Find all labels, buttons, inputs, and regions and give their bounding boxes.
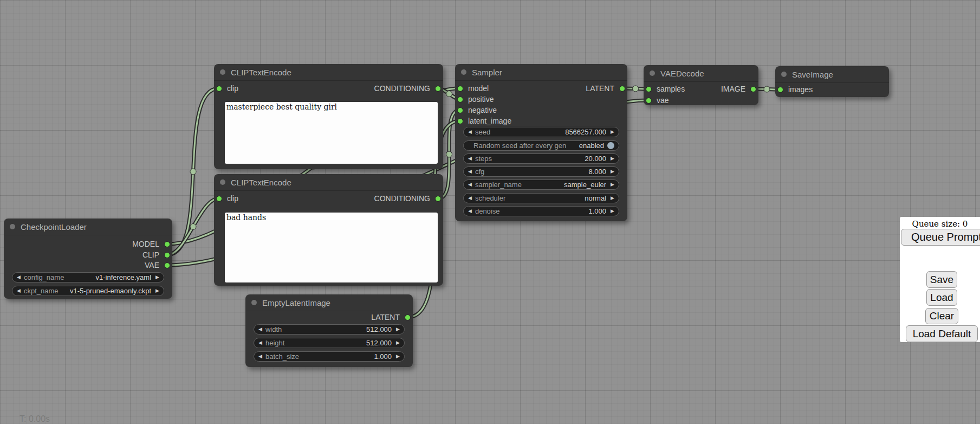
link-midpoint-dot[interactable] [764, 86, 770, 92]
link-midpoint-dot[interactable] [190, 169, 196, 175]
widget-denoise[interactable]: ◀denoise1.000▶ [463, 206, 619, 216]
link-midpoint-dot[interactable] [190, 224, 196, 230]
input-slot-dot-icon[interactable] [646, 98, 652, 104]
widget-random-seed-after-every-gen[interactable]: Random seed after every genenabled [463, 140, 619, 151]
node-vae-decode[interactable]: VAEDecodesamplesvaeIMAGE [644, 65, 758, 105]
input-slot-images[interactable]: images [777, 84, 813, 95]
output-slot-dot-icon[interactable] [435, 86, 441, 92]
node-title-bar[interactable]: EmptyLatentImage [245, 294, 413, 311]
node-title-bar[interactable]: VAEDecode [644, 65, 758, 82]
widget-batch_size[interactable]: ◀batch_size1.000▶ [254, 351, 405, 362]
input-slot-positive[interactable]: positive [457, 94, 494, 105]
output-slot-vae[interactable]: VAE [145, 260, 170, 271]
queue-prompt-button[interactable]: Queue Prompt [901, 229, 980, 246]
decrement-arrow-icon[interactable]: ◀ [468, 196, 472, 201]
node-collapse-dot-icon[interactable] [781, 72, 787, 77]
decrement-arrow-icon[interactable]: ◀ [17, 275, 21, 280]
increment-arrow-icon[interactable]: ▶ [611, 169, 614, 174]
widget-width[interactable]: ◀width512.000▶ [254, 324, 405, 335]
node-collapse-dot-icon[interactable] [10, 224, 15, 229]
output-slot-image[interactable]: IMAGE [721, 83, 756, 94]
input-slot-dot-icon[interactable] [216, 86, 222, 92]
input-slot-clip[interactable]: clip [216, 83, 238, 94]
input-slot-dot-icon[interactable] [457, 86, 463, 92]
node-empty-latent-image[interactable]: EmptyLatentImageLATENT◀width512.000▶◀hei… [245, 294, 413, 367]
input-slot-dot-icon[interactable] [777, 87, 783, 93]
link-midpoint-dot[interactable] [446, 151, 452, 157]
output-slot-dot-icon[interactable] [164, 252, 170, 258]
increment-arrow-icon[interactable]: ▶ [155, 275, 159, 280]
increment-arrow-icon[interactable]: ▶ [155, 288, 159, 293]
graph-canvas[interactable]: { "canvas": { "bg_color": "#929292", "wi… [0, 0, 980, 424]
increment-arrow-icon[interactable]: ▶ [396, 341, 400, 345]
output-slot-dot-icon[interactable] [164, 241, 170, 247]
input-slot-dot-icon[interactable] [457, 97, 463, 102]
decrement-arrow-icon[interactable]: ◀ [468, 209, 472, 214]
output-slot-latent[interactable]: LATENT [586, 83, 625, 94]
save-button[interactable]: Save [926, 271, 957, 288]
input-slot-samples[interactable]: samples [646, 83, 685, 94]
node-sampler[interactable]: Samplermodelpositivenegativelatent_image… [455, 64, 627, 221]
output-slot-dot-icon[interactable] [405, 314, 411, 320]
clear-button[interactable]: Clear [925, 308, 958, 324]
widget-height[interactable]: ◀height512.000▶ [254, 338, 405, 348]
node-collapse-dot-icon[interactable] [220, 179, 225, 185]
prompt-textarea[interactable]: masterpiece best quality girl [225, 102, 438, 164]
node-title-bar[interactable]: CLIPTextEncode [214, 174, 443, 191]
decrement-arrow-icon[interactable]: ◀ [17, 288, 21, 293]
increment-arrow-icon[interactable]: ▶ [396, 354, 400, 359]
output-slot-latent[interactable]: LATENT [371, 312, 411, 323]
increment-arrow-icon[interactable]: ▶ [611, 130, 614, 134]
node-title-bar[interactable]: CheckpointLoader [4, 219, 172, 235]
input-slot-dot-icon[interactable] [216, 196, 222, 202]
node-collapse-dot-icon[interactable] [650, 70, 655, 76]
decrement-arrow-icon[interactable]: ◀ [258, 341, 262, 345]
increment-arrow-icon[interactable]: ▶ [396, 327, 400, 332]
node-clip-text-encode-negative[interactable]: CLIPTextEncodeclipCONDITIONINGbad hands [214, 174, 443, 286]
output-slot-dot-icon[interactable] [619, 86, 625, 92]
load-button[interactable]: Load [926, 289, 957, 306]
widget-cfg[interactable]: ◀cfg8.000▶ [463, 166, 619, 177]
decrement-arrow-icon[interactable]: ◀ [468, 169, 472, 174]
node-title-bar[interactable]: SaveImage [775, 66, 889, 83]
input-slot-dot-icon[interactable] [457, 118, 463, 124]
widget-sampler_name[interactable]: ◀sampler_namesample_euler▶ [463, 179, 619, 190]
increment-arrow-icon[interactable]: ▶ [611, 196, 614, 201]
output-slot-conditioning[interactable]: CONDITIONING [374, 83, 441, 94]
increment-arrow-icon[interactable]: ▶ [611, 156, 614, 161]
output-slot-dot-icon[interactable] [750, 86, 756, 92]
prompt-textarea[interactable]: bad hands [225, 213, 438, 282]
input-slot-vae[interactable]: vae [646, 95, 669, 106]
node-checkpoint-loader[interactable]: CheckpointLoaderMODELCLIPVAE◀config_name… [4, 219, 172, 299]
decrement-arrow-icon[interactable]: ◀ [468, 130, 472, 134]
link-midpoint-dot[interactable] [446, 91, 452, 97]
node-title-bar[interactable]: CLIPTextEncode [214, 64, 443, 81]
node-collapse-dot-icon[interactable] [220, 69, 225, 75]
widget-ckpt_name[interactable]: ◀ckpt_namev1-5-pruned-emaonly.ckpt▶ [12, 286, 164, 296]
input-slot-dot-icon[interactable] [646, 86, 652, 92]
node-title-bar[interactable]: Sampler [455, 64, 627, 81]
load-default-button[interactable]: Load Default [906, 325, 978, 342]
output-slot-model[interactable]: MODEL [132, 239, 170, 249]
input-slot-clip[interactable]: clip [216, 193, 238, 204]
input-slot-model[interactable]: model [457, 83, 489, 94]
output-slot-dot-icon[interactable] [164, 262, 170, 268]
output-slot-conditioning[interactable]: CONDITIONING [374, 193, 441, 204]
input-slot-latent_image[interactable]: latent_image [457, 115, 511, 126]
widget-scheduler[interactable]: ◀schedulernormal▶ [463, 193, 619, 203]
node-collapse-dot-icon[interactable] [251, 300, 257, 305]
node-collapse-dot-icon[interactable] [461, 69, 466, 75]
decrement-arrow-icon[interactable]: ◀ [468, 156, 472, 161]
node-save-image[interactable]: SaveImageimages [775, 66, 889, 97]
widget-config_name[interactable]: ◀config_namev1-inference.yaml▶ [12, 272, 164, 282]
widget-seed[interactable]: ◀seed8566257.000▶ [463, 127, 619, 137]
node-clip-text-encode-positive[interactable]: CLIPTextEncodeclipCONDITIONINGmasterpiec… [214, 64, 443, 169]
decrement-arrow-icon[interactable]: ◀ [258, 354, 262, 359]
output-slot-dot-icon[interactable] [435, 196, 441, 202]
increment-arrow-icon[interactable]: ▶ [611, 209, 614, 214]
decrement-arrow-icon[interactable]: ◀ [258, 327, 262, 332]
input-slot-negative[interactable]: negative [457, 105, 497, 115]
input-slot-dot-icon[interactable] [457, 107, 463, 113]
widget-steps[interactable]: ◀steps20.000▶ [463, 153, 619, 164]
link-midpoint-dot[interactable] [633, 86, 639, 92]
